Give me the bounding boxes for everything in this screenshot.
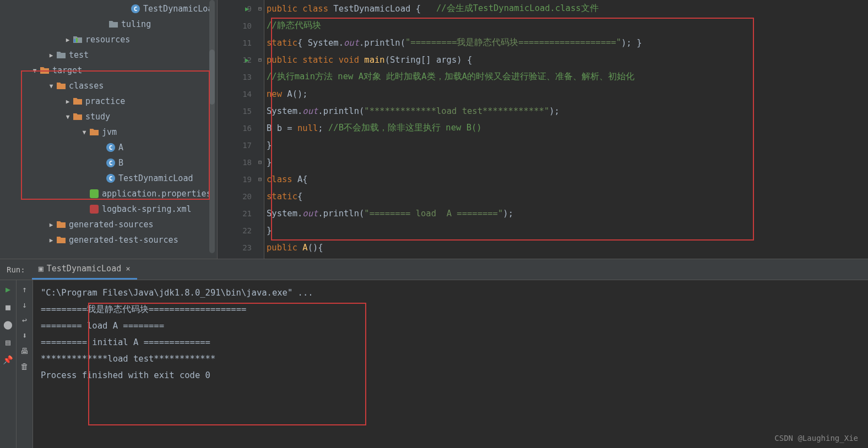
- console-output[interactable]: "C:\Program Files\Java\jdk1.8.0_291\bin\…: [33, 280, 868, 448]
- line-number: 11: [242, 39, 252, 47]
- run-gutter-icon[interactable]: ▶: [245, 5, 249, 13]
- console-line: *************load test************: [41, 351, 860, 367]
- tree-item[interactable]: tuling: [0, 17, 217, 32]
- tree-item[interactable]: ▶generated-test-sources: [0, 232, 217, 248]
- tree-item-label: logback-spring.xml: [102, 204, 192, 214]
- code-token: new: [267, 89, 287, 99]
- fold-icon[interactable]: ⊟: [258, 159, 262, 165]
- tree-item-label: generated-sources: [69, 220, 154, 230]
- code-token: static: [267, 192, 297, 201]
- fold-icon[interactable]: ⊟: [258, 6, 262, 12]
- layout-icon[interactable]: ▤: [6, 337, 10, 347]
- line-number: 22: [242, 226, 252, 235]
- code-token: (){: [308, 243, 323, 253]
- tree-item-label: resources: [85, 35, 130, 45]
- tree-item[interactable]: ▼classes: [0, 78, 217, 94]
- tree-arrow-icon[interactable]: ▼: [30, 67, 39, 74]
- tree-item[interactable]: ▼jvm: [0, 124, 217, 140]
- code-editor[interactable]: 9▶⊟ 10 11 12▶⊟ 13 14 15 16 17 18⊟ 19⊟ 20…: [218, 0, 868, 259]
- tree-item[interactable]: ▶practice: [0, 94, 217, 109]
- console-line: =========我是静态代码块===================: [41, 301, 860, 318]
- tree-item-label: B: [118, 158, 123, 168]
- watermark: CSDN @Laughing_Xie: [774, 434, 858, 442]
- run-config-tab[interactable]: ▣ TestDynamicLoad ×: [32, 260, 137, 280]
- tree-arrow-icon[interactable]: ▶: [47, 52, 56, 59]
- editor-gutter[interactable]: 9▶⊟ 10 11 12▶⊟ 13 14 15 16 17 18⊟ 19⊟ 20…: [218, 0, 264, 259]
- code-token: "======== load A ========": [364, 209, 503, 218]
- tree-item[interactable]: CTestDynamicLoad: [0, 171, 217, 186]
- tree-item[interactable]: ▼target: [0, 63, 217, 78]
- code-token: public static void: [267, 55, 364, 65]
- tree-item[interactable]: ▼study: [0, 109, 217, 124]
- folder-icon: [108, 19, 119, 30]
- tree-item[interactable]: ▶resources: [0, 32, 217, 47]
- run-gutter-icon[interactable]: ▶: [245, 56, 249, 64]
- code-token: class: [267, 174, 297, 184]
- line-number: 21: [242, 209, 252, 218]
- line-number: 19: [242, 175, 252, 184]
- code-token: {: [297, 192, 302, 201]
- print-icon[interactable]: 🖶: [20, 346, 29, 356]
- tree-arrow-icon[interactable]: ▶: [63, 36, 72, 43]
- tree-item-label: study: [85, 112, 110, 122]
- pin-icon[interactable]: 📌: [3, 355, 13, 365]
- tree-arrow-icon[interactable]: ▼: [47, 83, 56, 90]
- rerun-icon[interactable]: ▶: [6, 285, 10, 294]
- run-tab-title: TestDynamicLoad: [47, 264, 121, 274]
- scroll-icon[interactable]: ⬇: [22, 331, 27, 341]
- stop-icon[interactable]: ■: [6, 302, 10, 312]
- tree-item-label: jvm: [102, 127, 117, 137]
- line-number: 20: [242, 192, 252, 201]
- close-tab-icon[interactable]: ×: [126, 264, 130, 273]
- fold-icon[interactable]: ⊟: [258, 57, 262, 63]
- line-number: 10: [242, 21, 252, 30]
- class-icon: C: [105, 142, 116, 153]
- tree-item-label: test: [69, 50, 89, 60]
- line-number: 14: [242, 90, 252, 99]
- tree-item-label: practice: [85, 96, 125, 106]
- fold-icon[interactable]: ⊟: [258, 176, 262, 182]
- down-icon[interactable]: ↓: [22, 300, 27, 310]
- tree-item[interactable]: application.properties: [0, 186, 217, 201]
- tree-scrollbar-thumb[interactable]: [209, 50, 215, 105]
- tree-item-label: target: [52, 65, 82, 75]
- folder-icon: [56, 219, 67, 230]
- code-token: .println(: [318, 106, 364, 116]
- code-token: }: [267, 140, 272, 150]
- code-token: System.: [267, 209, 302, 218]
- tree-arrow-icon[interactable]: ▼: [80, 129, 89, 136]
- line-number: 23: [242, 243, 252, 252]
- code-area[interactable]: public class TestDynamicLoad { //会生成Test…: [264, 0, 868, 259]
- tree-item[interactable]: ▶generated-sources: [0, 217, 217, 232]
- tree-item-label: tuling: [121, 19, 151, 29]
- tree-item-label: classes: [69, 81, 104, 91]
- code-token: );: [503, 209, 513, 218]
- tree-item[interactable]: CA: [0, 140, 217, 155]
- class-icon: C: [105, 157, 116, 168]
- project-tree[interactable]: CTestDynamicLoatuling▶resources▶test▼tar…: [0, 0, 218, 259]
- tree-arrow-icon[interactable]: ▶: [63, 98, 72, 105]
- tree-item-label: TestDynamicLoa: [143, 4, 213, 14]
- class-icon: C: [105, 173, 116, 184]
- tree-scrollbar-track: [209, 0, 215, 253]
- resources-icon: [72, 34, 83, 45]
- up-icon[interactable]: ↑: [22, 285, 27, 294]
- console-line: ========= initial A =============: [41, 334, 860, 351]
- line-number: 18: [242, 158, 252, 167]
- debug-icon[interactable]: ⬤: [3, 320, 13, 330]
- tree-item[interactable]: logback-spring.xml: [0, 201, 217, 217]
- properties-icon: [89, 188, 100, 199]
- tree-item[interactable]: CTestDynamicLoa: [0, 1, 217, 17]
- trash-icon[interactable]: 🗑: [20, 362, 29, 371]
- tree-arrow-icon[interactable]: ▼: [63, 113, 72, 121]
- tree-item[interactable]: ▶test: [0, 47, 217, 63]
- tree-arrow-icon[interactable]: ▶: [47, 237, 56, 244]
- wrap-icon[interactable]: ↩: [22, 315, 27, 325]
- folder-icon: [72, 96, 83, 107]
- tree-arrow-icon[interactable]: ▶: [47, 221, 56, 228]
- code-token: A();: [287, 89, 307, 99]
- code-token: .println(: [318, 209, 364, 218]
- tree-item[interactable]: CB: [0, 155, 217, 171]
- xml-icon: [89, 204, 100, 215]
- class-icon: C: [130, 3, 141, 14]
